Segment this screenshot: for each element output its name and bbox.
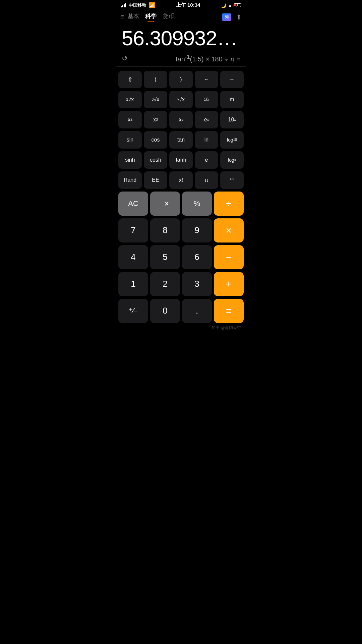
- zhihu-logo[interactable]: 知: [222, 13, 231, 21]
- sci-buttons-row2: 2√x 3√x y√x 1/x m: [116, 90, 246, 110]
- num-buttons-row5: ⁺∕₋ 0 . =: [116, 298, 246, 324]
- x-squared-button[interactable]: x2: [118, 111, 142, 128]
- divide-button[interactable]: ÷: [214, 192, 244, 216]
- sci-buttons-row4: sin cos tan ln log10: [116, 130, 246, 150]
- watermark: 知乎 @海阔天空: [116, 324, 246, 332]
- ee-button[interactable]: EE: [144, 171, 167, 189]
- tan-button[interactable]: tan: [169, 131, 193, 149]
- sin-button[interactable]: sin: [118, 131, 142, 149]
- time-display: 上午 10:34: [176, 2, 200, 8]
- sci-buttons-row6: Rand EE x! π °′″: [116, 170, 246, 190]
- sci-buttons-row3: x2 x3 xy ex 10x: [116, 110, 246, 130]
- share-icon[interactable]: ⬆: [236, 13, 242, 21]
- zero-button[interactable]: 0: [150, 299, 180, 323]
- nine-button[interactable]: 9: [182, 218, 212, 243]
- sqrty-button[interactable]: y√x: [169, 91, 193, 108]
- main-result: 56.309932474020215: [122, 27, 240, 50]
- x-cubed-button[interactable]: x3: [144, 111, 167, 128]
- status-left: 中国移动 📶: [121, 2, 156, 8]
- history-icon[interactable]: ↺: [122, 54, 128, 63]
- tab-science[interactable]: 科学: [145, 12, 157, 21]
- five-button[interactable]: 5: [150, 245, 180, 269]
- six-button[interactable]: 6: [182, 245, 212, 269]
- four-button[interactable]: 4: [118, 245, 148, 269]
- wifi-icon: 📶: [149, 2, 156, 8]
- num-buttons-row2: 7 8 9 ×: [116, 217, 246, 244]
- equals-button[interactable]: =: [214, 299, 244, 323]
- seven-button[interactable]: 7: [118, 218, 148, 243]
- ln-button[interactable]: ln: [195, 131, 218, 149]
- divider: [116, 66, 246, 67]
- expression-row: ↺ tan-1(1.5) × 180 ÷ π =: [122, 54, 240, 66]
- close-paren-button[interactable]: ): [169, 71, 193, 88]
- num-buttons-row1: AC % ÷: [116, 190, 246, 217]
- cursor-left-button[interactable]: ←: [195, 71, 218, 88]
- rand-button[interactable]: Rand: [118, 171, 142, 189]
- svg-marker-1: [161, 200, 164, 207]
- nav-right: 知 ⬆: [222, 13, 242, 21]
- moon-icon: 🌙: [221, 3, 226, 8]
- factorial-button[interactable]: x!: [169, 171, 193, 189]
- carrier-text: 中国移动: [129, 2, 146, 8]
- ten-power-x-button[interactable]: 10x: [220, 111, 244, 128]
- eight-button[interactable]: 8: [150, 218, 180, 243]
- cursor-right-button[interactable]: →: [220, 71, 244, 88]
- clear-button[interactable]: AC: [118, 192, 148, 216]
- multiply-button[interactable]: ×: [214, 218, 244, 243]
- open-paren-button[interactable]: (: [144, 71, 167, 88]
- expression-text: tan-1(1.5) × 180 ÷ π =: [131, 54, 240, 63]
- percent-button[interactable]: %: [182, 192, 212, 216]
- tab-currency[interactable]: 货币: [163, 12, 174, 21]
- status-right: 🌙 ▲ ⚡: [221, 3, 241, 8]
- sqrt3-button[interactable]: 3√x: [144, 91, 167, 108]
- degrees-button[interactable]: °′″: [220, 171, 244, 189]
- num-buttons-row4: 1 2 3 +: [116, 271, 246, 298]
- logx-button[interactable]: logx: [220, 151, 244, 169]
- signal-bars: [121, 3, 126, 7]
- e-power-x-button[interactable]: ex: [195, 111, 218, 128]
- nav-bar: ≡ 基本 科学 货币 知 ⬆: [116, 10, 246, 23]
- location-icon: ▲: [228, 3, 232, 8]
- one-button[interactable]: 1: [118, 272, 148, 296]
- num-buttons-row3: 4 5 6 −: [116, 244, 246, 271]
- tab-basic[interactable]: 基本: [128, 12, 139, 21]
- sci-buttons-row5: sinh cosh tanh e logx: [116, 150, 246, 170]
- tanh-button[interactable]: tanh: [169, 151, 193, 169]
- status-bar: 中国移动 📶 上午 10:34 🌙 ▲ ⚡: [116, 0, 246, 10]
- add-button[interactable]: +: [214, 272, 244, 296]
- sci-buttons-row1: ⇧ ( ) ← →: [116, 69, 246, 90]
- menu-icon[interactable]: ≡: [120, 13, 124, 21]
- backspace-button[interactable]: [150, 192, 180, 216]
- decimal-button[interactable]: .: [182, 299, 212, 323]
- x-power-y-button[interactable]: xy: [169, 111, 193, 128]
- cosh-button[interactable]: cosh: [144, 151, 167, 169]
- two-button[interactable]: 2: [150, 272, 180, 296]
- euler-button[interactable]: e: [195, 151, 218, 169]
- three-button[interactable]: 3: [182, 272, 212, 296]
- plus-minus-button[interactable]: ⁺∕₋: [118, 299, 148, 323]
- pi-button[interactable]: π: [195, 171, 218, 189]
- cos-button[interactable]: cos: [144, 131, 167, 149]
- log10-button[interactable]: log10: [220, 131, 244, 149]
- nav-tabs: 基本 科学 货币: [128, 12, 222, 21]
- sqrt2-button[interactable]: 2√x: [118, 91, 142, 108]
- subtract-button[interactable]: −: [214, 245, 244, 269]
- display-area: 56.309932474020215 ↺ tan-1(1.5) × 180 ÷ …: [116, 23, 246, 66]
- reciprocal-button[interactable]: 1/x: [195, 91, 218, 108]
- shift-button[interactable]: ⇧: [118, 71, 142, 88]
- memory-button[interactable]: m: [220, 91, 244, 108]
- battery-icon: ⚡: [234, 3, 241, 7]
- sinh-button[interactable]: sinh: [118, 151, 142, 169]
